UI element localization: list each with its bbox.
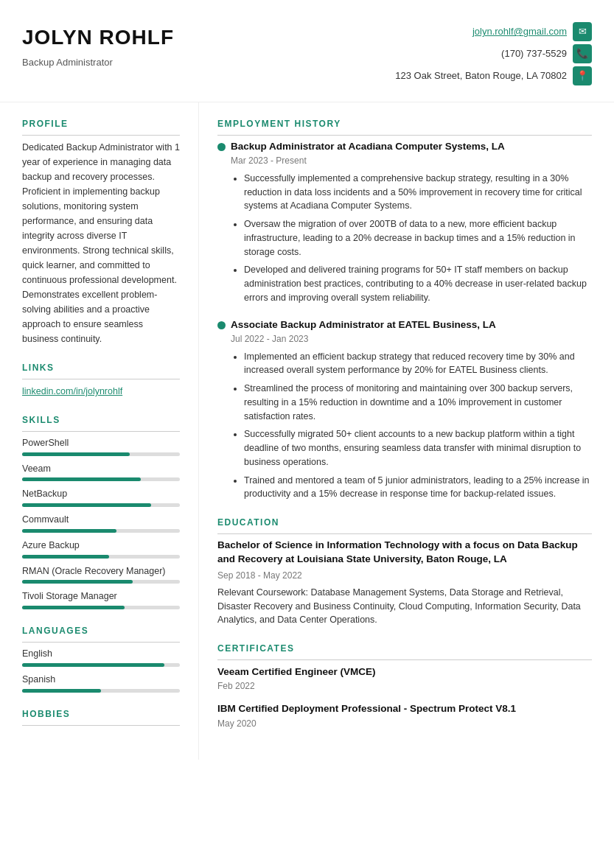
languages-title: LANGUAGES (22, 624, 180, 643)
certificates-title: CERTIFICATES (217, 642, 592, 660)
jobs-list: Backup Administrator at Acadiana Compute… (217, 140, 592, 501)
lang-bar-bg (22, 663, 180, 667)
header-right: jolyn.rohlf@gmail.com ✉ (170) 737-5529 📞… (395, 22, 592, 87)
job-bullet: Implemented an efficient backup strategy… (244, 350, 592, 378)
skill-bar-bg (22, 529, 180, 533)
main-layout: PROFILE Dedicated Backup Administrator w… (0, 102, 614, 760)
phone-row: (170) 737-5529 📞 (501, 44, 592, 63)
skill-bar-fill (22, 503, 151, 507)
cert-date: Feb 2022 (217, 679, 592, 693)
languages-section: LANGUAGES English Spanish (22, 624, 180, 693)
phone-icon: 📞 (573, 44, 592, 63)
hobbies-section: HOBBIES (22, 707, 180, 726)
skill-bar-fill (22, 452, 130, 456)
job-bullet: Trained and mentored a team of 5 junior … (244, 474, 592, 502)
skill-name: NetBackup (22, 487, 180, 501)
skill-item: RMAN (Oracle Recovery Manager) (22, 564, 180, 584)
skill-bar-fill (22, 477, 141, 481)
lang-bar-bg (22, 689, 180, 693)
skill-item: Commvault (22, 513, 180, 533)
profile-section: PROFILE Dedicated Backup Administrator w… (22, 117, 180, 346)
cert-entry: Veeam Certified Engineer (VMCE) Feb 2022 (217, 665, 592, 693)
job-date: Mar 2023 - Present (231, 154, 592, 167)
certs-list: Veeam Certified Engineer (VMCE) Feb 2022… (217, 665, 592, 730)
lang-name: English (22, 647, 180, 661)
skill-bar-fill (22, 580, 133, 584)
header-left: JOLYN ROHLF Backup Administrator (22, 22, 174, 70)
education-title: EDUCATION (217, 516, 592, 534)
lang-bar-fill (22, 689, 101, 693)
job-bullet: Developed and delivered training program… (244, 263, 592, 304)
skill-name: Commvault (22, 513, 180, 527)
skill-bar-bg (22, 503, 180, 507)
hobbies-title: HOBBIES (22, 707, 180, 726)
links-title: LINKS (22, 361, 180, 379)
skill-bar-bg (22, 555, 180, 559)
email-icon: ✉ (573, 22, 592, 41)
skills-list: PowerShell Veeam NetBackup Commvault Azu… (22, 436, 180, 609)
candidate-name: JOLYN ROHLF (22, 22, 174, 53)
skill-item: Veeam (22, 462, 180, 482)
skill-name: Veeam (22, 462, 180, 476)
certificates-section: CERTIFICATES Veeam Certified Engineer (V… (217, 642, 592, 730)
phone-number: (170) 737-5529 (501, 46, 567, 61)
left-column: PROFILE Dedicated Backup Administrator w… (0, 102, 199, 760)
candidate-title: Backup Administrator (22, 55, 174, 70)
skill-bar-bg (22, 452, 180, 456)
skills-title: SKILLS (22, 413, 180, 432)
address-row: 123 Oak Street, Baton Rouge, LA 70802 📍 (395, 66, 592, 85)
skill-name: Azure Backup (22, 539, 180, 553)
job-bullet: Oversaw the migration of over 200TB of d… (244, 217, 592, 259)
skill-name: RMAN (Oracle Recovery Manager) (22, 564, 180, 578)
profile-title: PROFILE (22, 117, 180, 136)
languages-list: English Spanish (22, 647, 180, 693)
skill-item: Tivoli Storage Manager (22, 589, 180, 609)
job-entry: Backup Administrator at Acadiana Compute… (217, 140, 592, 305)
skill-name: PowerShell (22, 436, 180, 450)
skill-bar-bg (22, 477, 180, 481)
email-row: jolyn.rohlf@gmail.com ✉ (472, 22, 592, 41)
job-bullet: Streamlined the process of monitoring an… (244, 382, 592, 423)
job-bullet: Successfully migrated 50+ client account… (244, 427, 592, 469)
cert-title: Veeam Certified Engineer (VMCE) (217, 665, 592, 679)
skills-section: SKILLS PowerShell Veeam NetBackup Commva… (22, 413, 180, 609)
employment-section: EMPLOYMENT HISTORY Backup Administrator … (217, 117, 592, 501)
email-link[interactable]: jolyn.rohlf@gmail.com (472, 24, 567, 39)
skill-bar-fill (22, 606, 125, 609)
job-entry: Associate Backup Administrator at EATEL … (217, 318, 592, 501)
education-section: EDUCATION Bachelor of Science in Informa… (217, 516, 592, 627)
employment-title: EMPLOYMENT HISTORY (217, 117, 592, 136)
edu-degree: Bachelor of Science in Information Techn… (217, 539, 592, 567)
job-title: Backup Administrator at Acadiana Compute… (231, 140, 592, 154)
header: JOLYN ROHLF Backup Administrator jolyn.r… (0, 0, 614, 102)
language-item: English (22, 647, 180, 667)
location-icon: 📍 (573, 66, 592, 85)
job-bullet: Successfully implemented a comprehensive… (244, 172, 592, 213)
skill-bar-fill (22, 529, 116, 533)
links-section: LINKS linkedin.com/in/jolynrohlf (22, 361, 180, 399)
skill-name: Tivoli Storage Manager (22, 589, 180, 603)
job-dot (217, 321, 226, 329)
skill-item: NetBackup (22, 487, 180, 507)
right-column: EMPLOYMENT HISTORY Backup Administrator … (199, 102, 614, 760)
job-bullets: Implemented an efficient backup strategy… (231, 350, 592, 502)
job-title: Associate Backup Administrator at EATEL … (231, 318, 592, 332)
edu-date: Sep 2018 - May 2022 (217, 569, 592, 582)
cert-title: IBM Certified Deployment Professional - … (217, 701, 592, 716)
skill-bar-bg (22, 580, 180, 584)
lang-bar-fill (22, 663, 164, 667)
edu-coursework: Relevant Coursework: Database Management… (217, 586, 592, 627)
address-text: 123 Oak Street, Baton Rouge, LA 70802 (395, 69, 567, 83)
lang-name: Spanish (22, 673, 180, 687)
skill-bar-fill (22, 555, 109, 559)
job-dot (217, 143, 226, 151)
cert-date: May 2020 (217, 717, 592, 730)
cert-entry: IBM Certified Deployment Professional - … (217, 701, 592, 729)
job-date: Jul 2022 - Jan 2023 (231, 332, 592, 346)
language-item: Spanish (22, 673, 180, 693)
skill-bar-bg (22, 606, 180, 609)
linkedin-link[interactable]: linkedin.com/in/jolynrohlf (22, 386, 122, 396)
profile-text: Dedicated Backup Administrator with 1 ye… (22, 140, 180, 346)
skill-item: Azure Backup (22, 539, 180, 559)
job-bullets: Successfully implemented a comprehensive… (231, 172, 592, 305)
